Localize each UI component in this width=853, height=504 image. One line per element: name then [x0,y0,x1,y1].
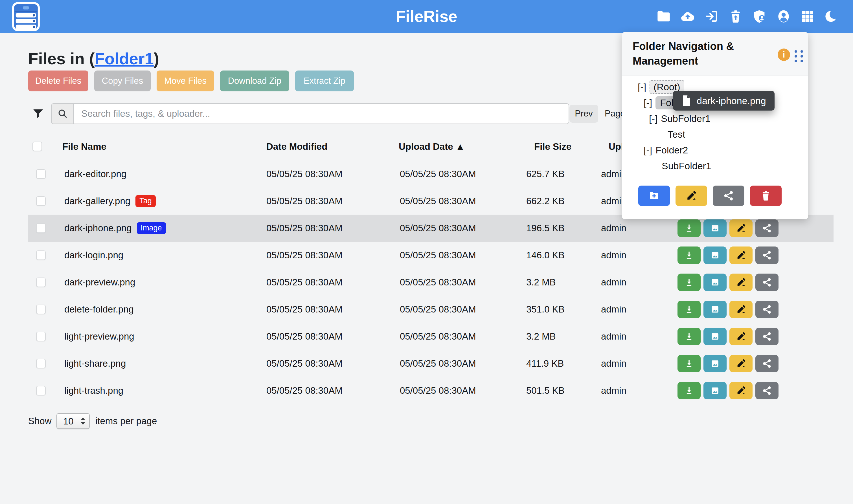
preview-image-button[interactable] [704,247,727,264]
edit-rename-button[interactable] [729,382,752,399]
search-input[interactable] [74,104,569,124]
edit-rename-button[interactable] [729,301,752,318]
file-name[interactable]: dark-login.png [64,250,123,260]
tree-toggle[interactable]: [-] [644,97,652,108]
tree-toggle[interactable]: [-] [644,145,652,156]
prev-page-button[interactable]: Prev [569,105,598,123]
row-checkbox[interactable] [36,169,46,179]
tree-toggle[interactable]: [-] [649,113,657,124]
drag-ghost-tooltip: dark-iphone.png [673,91,775,111]
share-button[interactable] [756,382,779,399]
dark-mode-icon[interactable] [824,9,839,24]
sign-in-icon[interactable] [704,9,719,24]
date-modified: 05/05/25 08:30AM [266,269,342,296]
edit-rename-button[interactable] [729,328,752,345]
move-files-button[interactable]: Move Files [157,71,214,91]
uploader: admin [601,215,626,242]
row-checkbox[interactable] [36,359,46,368]
row-actions [677,382,779,399]
file-name[interactable]: dark-editor.png [64,169,126,179]
download-button[interactable] [677,355,700,372]
user-shield-icon[interactable] [752,9,767,24]
tree-label[interactable]: Folder2 [656,145,688,156]
edit-rename-button[interactable] [729,274,752,291]
download-button[interactable] [677,274,700,291]
row-checkbox[interactable] [36,386,46,395]
share-button[interactable] [756,247,779,264]
delete-folder-button[interactable] [750,185,782,206]
download-button[interactable] [677,382,700,399]
profile-icon[interactable] [776,9,791,24]
tree-toggle[interactable]: [-] [638,82,646,92]
edit-rename-button[interactable] [729,355,752,372]
file-size: 196.5 KB [526,215,565,242]
download-button[interactable] [677,247,700,264]
upload-date: 05/05/25 08:30AM [400,350,476,377]
tree-item-subfolder1-b: SubFolder1 [622,158,808,174]
table-row: delete-folder.png 05/05/25 08:30AM 05/05… [28,296,834,323]
share-button[interactable] [756,301,779,318]
tree-label[interactable]: Test [668,129,685,140]
file-name[interactable]: light-preview.png [64,331,134,342]
column-header-file-size[interactable]: File Size [534,140,571,154]
drag-handle-icon[interactable] [795,50,805,64]
preview-image-button[interactable] [704,274,727,291]
file-name[interactable]: light-trash.png [64,385,123,396]
download-button[interactable] [677,219,700,237]
filter-icon[interactable] [32,107,45,120]
trash-restore-icon[interactable] [728,9,743,24]
tree-label[interactable]: SubFolder1 [662,161,711,172]
share-button[interactable] [756,274,779,291]
copy-files-button[interactable]: Copy Files [94,71,151,91]
column-header-file-name[interactable]: File Name [63,140,106,154]
rename-folder-button[interactable] [676,185,707,206]
cloud-upload-icon[interactable] [680,9,695,24]
select-all-checkbox[interactable] [33,142,42,151]
share-button[interactable] [756,219,779,237]
folder-icon[interactable] [656,9,671,24]
share-button[interactable] [756,328,779,345]
per-page-select[interactable]: 10 [57,414,89,428]
info-icon[interactable]: i [778,49,790,61]
row-checkbox[interactable] [36,250,46,260]
file-name[interactable]: dark-preview.png [64,277,135,288]
row-checkbox[interactable] [36,305,46,314]
extract-zip-button[interactable]: Extract Zip [295,71,354,91]
row-checkbox[interactable] [36,277,46,287]
file-name[interactable]: dark-gallery.png [64,196,130,206]
table-row: light-preview.png 05/05/25 08:30AM 05/05… [28,323,834,350]
share-button[interactable] [756,355,779,372]
items-per-page-control: Show 10 items per page [0,413,564,429]
column-header-upload-date[interactable]: Upload Date ▲ [399,140,465,154]
column-header-date-modified[interactable]: Date Modified [266,140,327,154]
preview-image-button[interactable] [704,382,727,399]
download-button[interactable] [677,301,700,318]
download-button[interactable] [677,328,700,345]
folder-navigation-panel: Folder Navigation & Management i [-] (Ro… [622,32,808,219]
row-checkbox[interactable] [36,223,46,233]
row-actions [677,247,779,264]
file-size: 625.7 KB [526,161,565,187]
delete-files-button[interactable]: Delete Files [28,71,88,91]
file-name[interactable]: light-share.png [64,358,126,369]
edit-rename-button[interactable] [729,247,752,264]
current-folder-link[interactable]: Folder1 [94,49,154,68]
row-checkbox[interactable] [36,332,46,341]
preview-image-button[interactable] [704,328,727,345]
uploader: admin [601,350,626,377]
row-checkbox[interactable] [36,196,46,206]
preview-image-button[interactable] [704,219,727,237]
apps-grid-icon[interactable] [800,9,815,24]
download-zip-button[interactable]: Download Zip [220,71,289,91]
tree-item-test: Test [622,126,808,142]
tree-label[interactable]: SubFolder1 [661,113,711,124]
preview-image-button[interactable] [704,355,727,372]
create-folder-button[interactable] [638,185,670,206]
app-logo-menu-icon[interactable] [12,2,40,31]
filerise-app: FileRise [0,0,853,504]
share-folder-button[interactable] [713,185,744,206]
file-name[interactable]: dark-iphone.png [64,223,132,234]
edit-rename-button[interactable] [729,219,752,237]
preview-image-button[interactable] [704,301,727,318]
file-name[interactable]: delete-folder.png [64,304,134,315]
